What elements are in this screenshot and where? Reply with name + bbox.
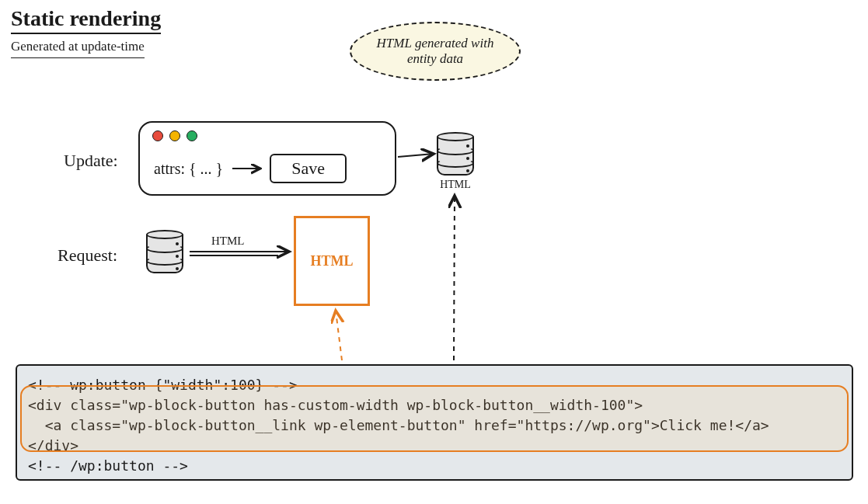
request-label: Request: — [58, 245, 117, 266]
code-line-3: <a class="wp-block-button__link wp-eleme… — [28, 417, 769, 433]
diagram-subtitle: Generated at update-time — [11, 39, 145, 58]
database-stack-icon — [437, 132, 474, 176]
code-block: <!-- wp:button {"width":100} --> <div cl… — [16, 364, 853, 481]
traffic-lights-icon — [152, 130, 197, 141]
svg-line-4 — [336, 311, 342, 360]
attrs-label: attrs: { ... } — [154, 160, 223, 178]
callout-bubble: HTML generated with entity data — [350, 22, 521, 81]
db-caption: HTML — [437, 179, 474, 191]
editor-window: attrs: { ... } Save — [138, 121, 396, 196]
arrow-icon — [231, 162, 262, 175]
maximize-icon — [186, 130, 197, 141]
code-line-1: <!-- wp:button {"width":100} --> — [28, 377, 298, 393]
diagram-title: Static rendering — [11, 6, 161, 34]
minimize-icon — [169, 130, 180, 141]
database-icon: HTML — [437, 132, 474, 191]
svg-line-1 — [398, 154, 434, 157]
code-line-5: <!-- /wp:button --> — [28, 457, 188, 474]
html-box-label: HTML — [310, 253, 353, 269]
close-icon — [152, 130, 163, 141]
arrow-label: HTML — [211, 235, 245, 248]
svg-line-5 — [454, 196, 455, 360]
save-button[interactable]: Save — [270, 154, 347, 183]
html-output-box: HTML — [294, 216, 370, 306]
code-line-2: <div class="wp-block-button has-custom-w… — [28, 397, 643, 413]
code-line-4: </div> — [28, 437, 78, 454]
update-label: Update: — [64, 151, 118, 171]
database-icon — [146, 230, 183, 273]
database-stack-icon — [146, 230, 183, 273]
callout-text: HTML generated with entity data — [368, 36, 502, 68]
